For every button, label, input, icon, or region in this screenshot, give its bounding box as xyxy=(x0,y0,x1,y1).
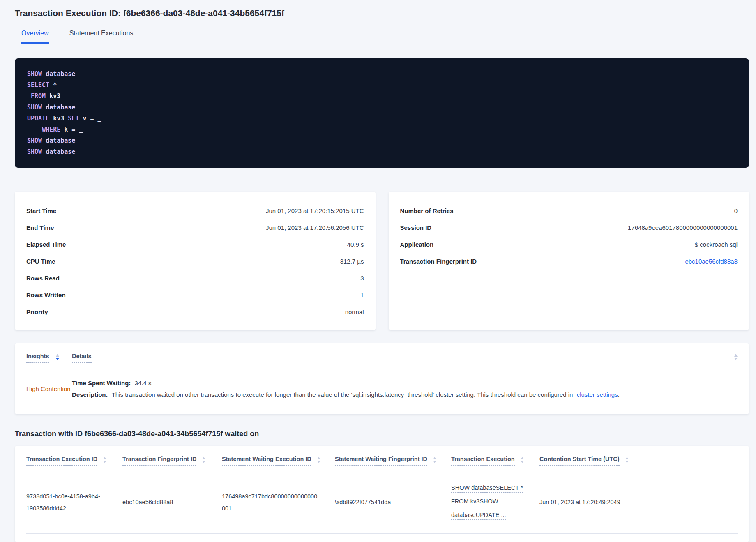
sort-arrows-icon[interactable] xyxy=(734,353,738,360)
cpu-time-label: CPU Time xyxy=(26,258,55,265)
time-spent-waiting-label: Time Spent Waiting: xyxy=(72,380,131,387)
column-statement-waiting-execution-id: Statement Waiting Execution ID xyxy=(222,456,335,466)
summary-row-retries: Number of Retries 0 xyxy=(400,202,738,219)
session-id-label: Session ID xyxy=(400,224,432,231)
rows-written-label: Rows Written xyxy=(26,292,66,299)
priority-value: normal xyxy=(345,308,364,315)
application-value: $ cockroach sql xyxy=(695,241,738,248)
statement-waiting-execution-id-column-label[interactable]: Statement Waiting Execution ID xyxy=(222,456,311,466)
priority-label: Priority xyxy=(26,308,48,315)
statement-waiting-execution-id-cell: 176498a9c717bdc80000000000000001 xyxy=(222,491,335,514)
rows-read-value: 3 xyxy=(360,275,364,282)
tab-statement-executions[interactable]: Statement Executions xyxy=(69,30,134,44)
summary-row-rows-read: Rows Read 3 xyxy=(26,270,364,287)
insights-column-header: Insights xyxy=(26,353,72,363)
number-of-retries-label: Number of Retries xyxy=(400,207,454,214)
transaction-fingerprint-id-cell: ebc10ae56cfd88a8 xyxy=(122,496,222,508)
time-spent-waiting-line: Time Spent Waiting: 34.4 s xyxy=(72,380,738,387)
transaction-fingerprint-link[interactable]: ebc10ae56cfd88a8 xyxy=(685,258,738,265)
description-line: Description: This transaction waited on … xyxy=(72,391,738,398)
insights-column-label[interactable]: Insights xyxy=(26,353,49,363)
transaction-execution-column-label[interactable]: Transaction Execution xyxy=(451,456,515,466)
application-label: Application xyxy=(400,241,434,248)
sql-statements: SHOW databaseSELECT * FROM kv3SHOW datab… xyxy=(15,58,749,168)
column-transaction-execution-id: Transaction Execution ID xyxy=(26,456,122,466)
description-label: Description: xyxy=(72,391,108,398)
sort-arrows-icon[interactable] xyxy=(433,456,436,463)
summary-row-cpu-time: CPU Time 312.7 µs xyxy=(26,253,364,270)
time-spent-waiting-value: 34.4 s xyxy=(135,380,152,387)
end-time-label: End Time xyxy=(26,224,54,231)
summary-cards-row: Start Time Jun 01, 2023 at 17:20:15:2015… xyxy=(15,192,749,330)
contention-start-time-column-label[interactable]: Contention Start Time (UTC) xyxy=(539,456,620,466)
sort-arrows-icon[interactable] xyxy=(103,456,106,463)
summary-row-transaction-fingerprint: Transaction Fingerprint ID ebc10ae56cfd8… xyxy=(400,253,738,270)
session-id-value: 17648a9eea6017800000000000000001 xyxy=(628,224,738,231)
column-transaction-fingerprint-id: Transaction Fingerprint ID xyxy=(122,456,222,466)
table-row: 9738d051-bc0e-4158-a9b4-1903586ddd42 ebc… xyxy=(26,471,738,534)
start-time-value: Jun 01, 2023 at 17:20:15:2015 UTC xyxy=(266,207,364,214)
waited-on-table-header: Transaction Execution ID Transaction Fin… xyxy=(26,446,738,471)
transaction-execution-id-column-label[interactable]: Transaction Execution ID xyxy=(26,456,97,466)
column-contention-start-time: Contention Start Time (UTC) xyxy=(539,456,738,466)
description-suffix: . xyxy=(618,391,620,398)
contention-start-time-cell: Jun 01, 2023 at 17:20:49:2049 xyxy=(539,496,738,508)
insight-details: Time Spent Waiting: 34.4 s Description: … xyxy=(72,380,738,398)
transaction-fingerprint-label: Transaction Fingerprint ID xyxy=(400,258,477,265)
insight-row: High Contention Time Spent Waiting: 34.4… xyxy=(26,368,738,414)
cpu-time-value: 312.7 µs xyxy=(340,258,364,265)
transaction-details-page: Transaction Execution ID: f6be6366-da03-… xyxy=(0,0,756,542)
number-of-retries-value: 0 xyxy=(734,207,738,214)
execution-summary-card: Start Time Jun 01, 2023 at 17:20:15:2015… xyxy=(15,192,376,330)
waited-on-heading: Transaction with ID f6be6366-da03-48de-a… xyxy=(15,430,749,438)
sort-arrows-icon[interactable] xyxy=(56,353,59,360)
summary-row-end-time: End Time Jun 01, 2023 at 17:20:56:2056 U… xyxy=(26,219,364,236)
summary-row-priority: Priority normal xyxy=(26,303,364,320)
start-time-label: Start Time xyxy=(26,207,56,214)
rows-written-value: 1 xyxy=(360,292,364,299)
summary-row-rows-written: Rows Written 1 xyxy=(26,287,364,303)
summary-row-elapsed-time: Elapsed Time 40.9 s xyxy=(26,236,364,253)
session-summary-card: Number of Retries 0 Session ID 17648a9ee… xyxy=(389,192,749,330)
summary-row-session-id: Session ID 17648a9eea6017800000000000000… xyxy=(400,219,738,236)
column-transaction-execution: Transaction Execution xyxy=(451,456,539,466)
sort-arrows-icon[interactable] xyxy=(625,456,629,463)
waited-on-table-card: Transaction Execution ID Transaction Fin… xyxy=(15,446,749,542)
details-column-label[interactable]: Details xyxy=(72,353,92,363)
tab-bar: Overview Statement Executions xyxy=(21,30,749,44)
summary-row-start-time: Start Time Jun 01, 2023 at 17:20:15:2015… xyxy=(26,202,364,219)
elapsed-time-value: 40.9 s xyxy=(347,241,364,248)
description-text: This transaction waited on other transac… xyxy=(112,391,573,398)
page-title: Transaction Execution ID: f6be6366-da03-… xyxy=(15,8,749,18)
insights-table-header: Insights Details xyxy=(26,343,738,368)
sort-arrows-icon[interactable] xyxy=(202,456,205,463)
summary-row-application: Application $ cockroach sql xyxy=(400,236,738,253)
rows-read-label: Rows Read xyxy=(26,275,60,282)
high-contention-badge: High Contention xyxy=(26,380,72,398)
sort-arrows-icon[interactable] xyxy=(521,456,524,463)
statement-waiting-fingerprint-id-column-label[interactable]: Statement Waiting Fingerprint ID xyxy=(335,456,427,466)
transaction-fingerprint-id-column-label[interactable]: Transaction Fingerprint ID xyxy=(122,456,196,466)
transaction-execution-id-cell: 9738d051-bc0e-4158-a9b4-1903586ddd42 xyxy=(26,491,122,514)
end-time-value: Jun 01, 2023 at 17:20:56:2056 UTC xyxy=(266,224,364,231)
transaction-execution-cell[interactable]: SHOW databaseSELECT *FROM kv3SHOWdatabas… xyxy=(451,482,539,523)
column-statement-waiting-fingerprint-id: Statement Waiting Fingerprint ID xyxy=(335,456,451,466)
sort-arrows-icon[interactable] xyxy=(317,456,320,463)
insights-table-card: Insights Details High Contention Time Sp… xyxy=(15,343,749,414)
cluster-settings-link[interactable]: cluster settings xyxy=(577,391,618,398)
tab-overview[interactable]: Overview xyxy=(21,30,49,44)
elapsed-time-label: Elapsed Time xyxy=(26,241,66,248)
statement-waiting-fingerprint-id-cell: \xdb8922f077541dda xyxy=(335,496,451,508)
